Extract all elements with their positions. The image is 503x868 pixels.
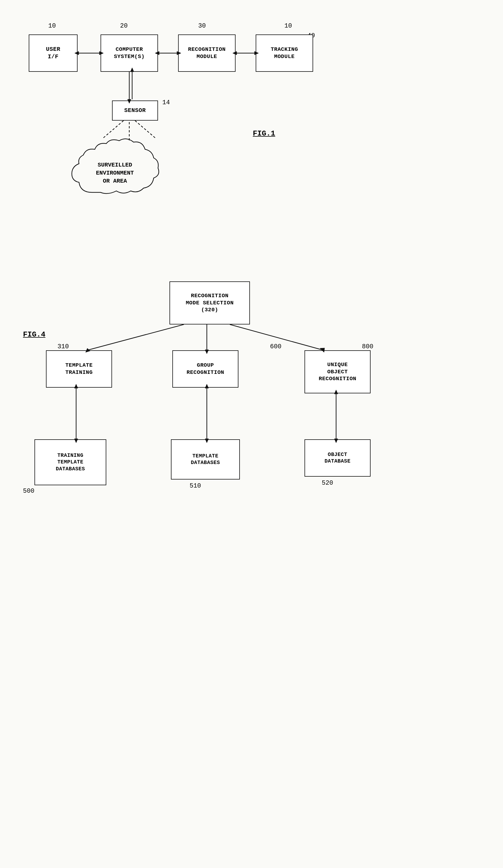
page: 10 20 30 10 40 USER I/F COMPUTER SYSTEM(… — [0, 0, 503, 868]
ref-10-top-right: 10 — [284, 22, 292, 30]
box-recognition-mode: RECOGNITION MODE SELECTION (320) — [170, 281, 250, 324]
fig4-label: FIG.4 — [23, 330, 45, 339]
box-training-template-db: TRAINING TEMPLATE DATABASES — [34, 439, 106, 485]
box-unique-object: UNIQUE OBJECT RECOGNITION — [305, 350, 371, 393]
ref-30: 30 — [198, 22, 206, 30]
box-template-training: TEMPLATE TRAINING — [46, 350, 112, 388]
box-template-db: TEMPLATE DATABASES — [171, 439, 240, 479]
ref-14: 14 — [162, 99, 170, 106]
box-computer: COMPUTER SYSTEM(S) — [101, 34, 158, 72]
figure-4: FIG.4 RECOGNITION MODE SELECTION (320) 3… — [17, 273, 477, 847]
figure-1: 10 20 30 10 40 USER I/F COMPUTER SYSTEM(… — [17, 17, 477, 253]
ref-10-user: 10 — [48, 22, 56, 30]
svg-text:OR AREA: OR AREA — [103, 178, 127, 184]
box-user-if: USER I/F — [29, 34, 78, 72]
cloud-environment: SURVEILLED ENVIRONMENT OR AREA — [63, 129, 167, 210]
ref-510: 510 — [189, 482, 201, 489]
ref-310: 310 — [58, 343, 69, 350]
box-group-recognition: GROUP RECOGNITION — [172, 350, 238, 388]
svg-text:SURVEILLED: SURVEILLED — [97, 162, 132, 168]
cloud-svg: SURVEILLED ENVIRONMENT OR AREA — [63, 129, 167, 210]
box-recognition: RECOGNITION MODULE — [178, 34, 236, 72]
svg-text:ENVIRONMENT: ENVIRONMENT — [96, 170, 134, 176]
ref-600: 600 — [270, 343, 281, 350]
ref-800: 800 — [362, 343, 373, 350]
ref-520: 520 — [322, 479, 333, 487]
svg-line-19 — [89, 324, 184, 350]
box-object-db: OBJECT DATABASE — [305, 439, 371, 477]
fig1-label: FIG.1 — [253, 129, 275, 138]
ref-20: 20 — [120, 22, 127, 30]
ref-500: 500 — [23, 487, 34, 495]
box-sensor: SENSOR — [112, 101, 158, 121]
box-tracking: TRACKING MODULE — [256, 34, 313, 72]
